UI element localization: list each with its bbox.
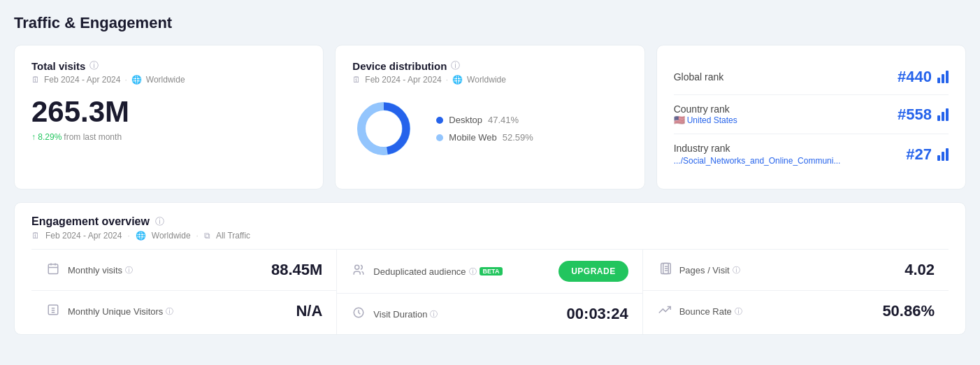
page-title: Traffic & Engagement: [14, 14, 966, 32]
dedup-audience-label: Deduplicated audience ⓘ BETA: [373, 266, 503, 277]
engagement-globe-icon: 🌐: [136, 231, 146, 241]
device-meta: 🗓 Feb 2024 - Apr 2024 · 🌐 Worldwide: [352, 75, 627, 85]
svg-point-13: [355, 265, 359, 269]
calendar-metric-icon: [45, 262, 61, 278]
device-title: Device distribution: [352, 60, 447, 72]
visit-duration-value: 00:03:24: [567, 305, 628, 323]
desktop-dot: [436, 117, 443, 124]
mobile-label: Mobile Web: [449, 132, 496, 143]
pages-per-visit-value: 4.02: [905, 261, 935, 279]
beta-badge: BETA: [480, 267, 503, 275]
global-rank-row: Global rank #440: [674, 59, 949, 95]
engagement-traffic: All Traffic: [216, 231, 250, 241]
top-cards-row: Total visits ⓘ 🗓 Feb 2024 - Apr 2024 · 🌐…: [14, 45, 966, 189]
traffic-copy-icon: ⧉: [204, 231, 210, 241]
pages-per-visit-info-icon[interactable]: ⓘ: [733, 265, 740, 275]
monthly-visits-label: Monthly visits ⓘ: [68, 265, 133, 275]
donut-chart: [352, 97, 415, 160]
engagement-scope: Worldwide: [152, 231, 191, 241]
dedup-audience-left: Deduplicated audience ⓘ BETA: [351, 264, 503, 279]
calendar-icon: 🗓: [31, 75, 40, 85]
engagement-header: Engagement overview ⓘ: [31, 215, 949, 228]
people-metric-icon: [351, 264, 366, 279]
svg-rect-5: [48, 264, 58, 274]
engagement-calendar-icon: 🗓: [31, 231, 40, 241]
metrics-grid: Monthly visits ⓘ 88.45M Monthly Unique V…: [31, 250, 949, 334]
us-flag-icon: 🇺🇸: [674, 115, 685, 125]
mobile-legend-item: Mobile Web 52.59%: [436, 132, 533, 143]
meta-separator: ·: [124, 75, 127, 85]
visit-duration-left: Visit Duration ⓘ: [351, 306, 438, 322]
device-content: Desktop 47.41% Mobile Web 52.59%: [352, 97, 627, 160]
visit-duration-info-icon[interactable]: ⓘ: [430, 309, 438, 320]
ranks-card: Global rank #440 Country rank 🇺🇸 United …: [656, 45, 966, 189]
total-visits-header: Total visits ⓘ: [31, 59, 306, 72]
country-rank-label-group: Country rank 🇺🇸 United States: [674, 103, 737, 125]
engagement-card: Engagement overview ⓘ 🗓 Feb 2024 - Apr 2…: [14, 202, 966, 335]
globe-icon: 🌐: [131, 75, 142, 85]
country-rank-bar-icon: [937, 108, 949, 121]
device-separator: ·: [446, 75, 448, 85]
total-visits-scope: Worldwide: [146, 75, 185, 85]
upgrade-button[interactable]: UPGRADE: [559, 261, 628, 282]
pages-per-visit-label: Pages / Visit ⓘ: [679, 265, 740, 275]
pages-per-visit-left: Pages / Visit ⓘ: [657, 262, 740, 278]
engagement-date: Feb 2024 - Apr 2024: [45, 231, 122, 241]
pages-per-visit-metric: Pages / Visit ⓘ 4.02: [643, 250, 949, 291]
monthly-visits-value: 88.45M: [271, 261, 322, 279]
industry-rank-right: #27: [906, 145, 949, 164]
desktop-label: Desktop: [449, 115, 482, 125]
bounce-rate-left: Bounce Rate ⓘ: [657, 303, 742, 319]
monthly-unique-left: Monthly Unique Visitors ⓘ: [45, 303, 173, 319]
industry-rank-row: Industry rank .../Social_Networks_and_On…: [674, 134, 949, 175]
trend-metric-icon: [657, 303, 672, 319]
device-header: Device distribution ⓘ: [352, 59, 627, 72]
global-rank-value: #440: [898, 68, 932, 86]
industry-rank-label-group: Industry rank .../Social_Networks_and_On…: [674, 143, 841, 166]
monthly-visits-info-icon[interactable]: ⓘ: [125, 265, 133, 275]
industry-rank-sublabel[interactable]: .../Social_Networks_and_Online_Communi..…: [674, 156, 841, 166]
country-rank-row: Country rank 🇺🇸 United States #558: [674, 95, 949, 134]
svg-point-4: [370, 115, 398, 143]
engagement-info-icon[interactable]: ⓘ: [155, 215, 164, 228]
device-info-icon[interactable]: ⓘ: [451, 59, 460, 72]
global-rank-bar-icon: [937, 71, 949, 83]
industry-rank-label: Industry rank: [674, 143, 841, 154]
country-rank-right: #558: [898, 106, 949, 124]
total-visits-change: ↑ 8.29% from last month: [31, 132, 306, 142]
monthly-unique-metric: Monthly Unique Visitors ⓘ N/A: [31, 291, 336, 331]
clock-metric-icon: [351, 306, 366, 322]
global-rank-label-group: Global rank: [674, 71, 724, 83]
engagement-meta: 🗓 Feb 2024 - Apr 2024 · 🌐 Worldwide · ⧉ …: [31, 231, 949, 250]
global-rank-label: Global rank: [674, 71, 724, 83]
monthly-unique-info-icon[interactable]: ⓘ: [166, 306, 173, 317]
monthly-visits-metric: Monthly visits ⓘ 88.45M: [31, 250, 336, 291]
total-visits-value: 265.3M: [31, 97, 306, 127]
person-metric-icon: [45, 303, 61, 319]
metrics-col-1: Monthly visits ⓘ 88.45M Monthly Unique V…: [31, 250, 337, 334]
total-visits-title: Total visits: [31, 60, 85, 72]
total-visits-meta: 🗓 Feb 2024 - Apr 2024 · 🌐 Worldwide: [31, 75, 306, 85]
industry-rank-value: #27: [906, 145, 932, 164]
country-rank-sublabel[interactable]: United States: [687, 115, 737, 125]
mobile-dot: [436, 134, 443, 141]
device-date: Feb 2024 - Apr 2024: [365, 75, 441, 85]
country-rank-label: Country rank: [674, 103, 737, 115]
total-visits-change-label: from last month: [64, 132, 122, 142]
country-rank-value: #558: [898, 106, 932, 124]
industry-rank-bar-icon: [937, 148, 949, 161]
device-calendar-icon: 🗓: [352, 75, 361, 85]
total-visits-info-icon[interactable]: ⓘ: [89, 59, 99, 72]
pages-metric-icon: [657, 262, 672, 278]
bounce-rate-info-icon[interactable]: ⓘ: [735, 306, 742, 317]
dedup-audience-metric: Deduplicated audience ⓘ BETA UPGRADE: [337, 250, 642, 294]
mobile-value: 52.59%: [503, 132, 533, 143]
monthly-unique-value: N/A: [296, 302, 322, 320]
desktop-value: 47.41%: [488, 115, 519, 125]
device-scope: Worldwide: [467, 75, 506, 85]
donut-svg-overlay: [352, 97, 415, 160]
dedup-info-icon[interactable]: ⓘ: [469, 266, 477, 277]
bounce-rate-metric: Bounce Rate ⓘ 50.86%: [643, 291, 949, 331]
device-globe-icon: 🌐: [452, 75, 463, 85]
global-rank-right: #440: [898, 68, 949, 86]
